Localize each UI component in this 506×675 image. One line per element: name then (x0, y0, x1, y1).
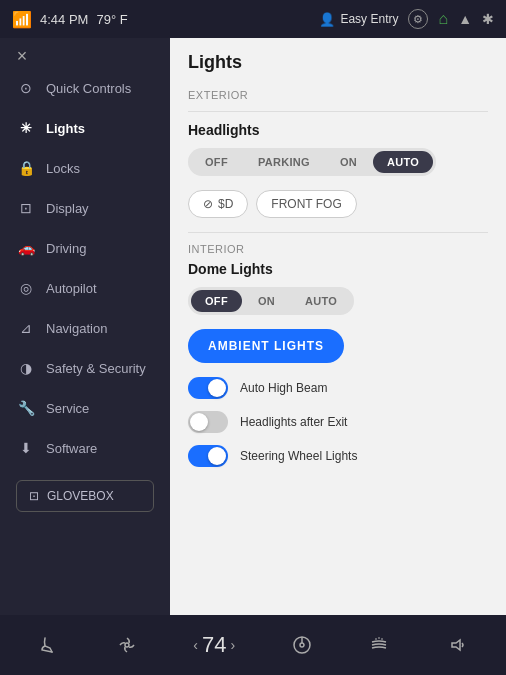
defrost-icon[interactable] (368, 634, 390, 656)
dome-auto-btn[interactable]: AUTO (291, 290, 351, 312)
home-icon[interactable]: ⌂ (438, 10, 448, 28)
volume-icon[interactable] (446, 634, 468, 656)
glovebox-label: GLOVEBOX (47, 489, 114, 503)
fog-d-icon: ⊘ (203, 197, 213, 211)
sidebar-item-navigation[interactable]: ⊿ Navigation (0, 308, 170, 348)
bottom-bar: ‹ 74 › (0, 615, 506, 675)
status-temp: 79° F (96, 12, 127, 27)
interior-label: Interior (188, 243, 488, 255)
sidebar-label-service: Service (46, 401, 89, 416)
sidebar-label-software: Software (46, 441, 97, 456)
fog-d-label: $D (218, 197, 233, 211)
temperature-value: 74 (202, 632, 226, 658)
headlights-btn-group: OFF PARKING ON AUTO (188, 148, 436, 176)
toggle-knob (208, 379, 226, 397)
sidebar-item-locks[interactable]: 🔒 Locks (0, 148, 170, 188)
display-icon: ⊡ (16, 198, 36, 218)
divider-interior (188, 232, 488, 233)
auto-high-beam-label: Auto High Beam (240, 381, 327, 395)
lights-icon: ✳ (16, 118, 36, 138)
sidebar-label-autopilot: Autopilot (46, 281, 97, 296)
status-bar-right: 👤 Easy Entry ⚙ ⌂ ▲ ✱ (319, 9, 494, 29)
headlights-exit-label: Headlights after Exit (240, 415, 347, 429)
sidebar-label-lights: Lights (46, 121, 85, 136)
toggle-knob-3 (208, 447, 226, 465)
screen: 📶 4:44 PM 79° F 👤 Easy Entry ⚙ ⌂ ▲ ✱ × ⊙… (0, 0, 506, 675)
headlights-auto-btn[interactable]: AUTO (373, 151, 433, 173)
temp-increase-btn[interactable]: › (230, 637, 235, 653)
dome-on-btn[interactable]: ON (244, 290, 289, 312)
steering-lights-label: Steering Wheel Lights (240, 449, 357, 463)
signal-icon: 📶 (12, 10, 32, 29)
glovebox-button[interactable]: ⊡ GLOVEBOX (16, 480, 154, 512)
headlights-off-btn[interactable]: OFF (191, 151, 242, 173)
auto-high-beam-row: Auto High Beam (188, 377, 488, 399)
fog-front-label: FRONT FOG (271, 197, 341, 211)
status-bar-left: 📶 4:44 PM 79° F (12, 10, 128, 29)
sidebar-item-driving[interactable]: 🚗 Driving (0, 228, 170, 268)
auto-high-beam-toggle[interactable] (188, 377, 228, 399)
toggle-knob-2 (190, 413, 208, 431)
headlights-parking-btn[interactable]: PARKING (244, 151, 324, 173)
sidebar-label-quick-controls: Quick Controls (46, 81, 131, 96)
temp-decrease-btn[interactable]: ‹ (193, 637, 198, 653)
sidebar-label-display: Display (46, 201, 89, 216)
sidebar-label-safety: Safety & Security (46, 361, 146, 376)
sidebar-item-autopilot[interactable]: ◎ Autopilot (0, 268, 170, 308)
divider-exterior (188, 111, 488, 112)
settings-icon[interactable]: ⚙ (408, 9, 428, 29)
status-time: 4:44 PM (40, 12, 88, 27)
status-bar: 📶 4:44 PM 79° F 👤 Easy Entry ⚙ ⌂ ▲ ✱ (0, 0, 506, 38)
easy-entry-button[interactable]: 👤 Easy Entry (319, 12, 398, 27)
fog-d-button[interactable]: ⊘ $D (188, 190, 248, 218)
steering-lights-row: Steering Wheel Lights (188, 445, 488, 467)
sidebar-item-quick-controls[interactable]: ⊙ Quick Controls (0, 68, 170, 108)
person-icon: 👤 (319, 12, 335, 27)
headlights-exit-toggle[interactable] (188, 411, 228, 433)
quick-controls-icon: ⊙ (16, 78, 36, 98)
sidebar-item-safety[interactable]: ◑ Safety & Security (0, 348, 170, 388)
safety-icon: ◑ (16, 358, 36, 378)
wifi-icon: ▲ (458, 11, 472, 27)
main-container: ⊙ Quick Controls ✳ Lights 🔒 Locks ⊡ Disp… (0, 38, 506, 615)
sidebar-item-software[interactable]: ⬇ Software (0, 428, 170, 468)
svg-point-2 (300, 643, 304, 647)
bluetooth-icon: ✱ (482, 11, 494, 27)
svg-point-0 (125, 643, 129, 647)
easy-entry-label: Easy Entry (340, 12, 398, 26)
dome-lights-title: Dome Lights (188, 261, 488, 277)
sidebar-item-lights[interactable]: ✳ Lights (0, 108, 170, 148)
content-area: Lights Exterior Headlights OFF PARKING O… (170, 38, 506, 615)
steering-lights-toggle[interactable] (188, 445, 228, 467)
service-icon: 🔧 (16, 398, 36, 418)
headlights-on-btn[interactable]: ON (326, 151, 371, 173)
close-button[interactable]: × (10, 44, 34, 68)
driving-icon: 🚗 (16, 238, 36, 258)
dome-off-btn[interactable]: OFF (191, 290, 242, 312)
navigation-icon: ⊿ (16, 318, 36, 338)
software-icon: ⬇ (16, 438, 36, 458)
sidebar-label-navigation: Navigation (46, 321, 107, 336)
fan-icon[interactable] (116, 634, 138, 656)
dome-lights-btn-group: OFF ON AUTO (188, 287, 354, 315)
seat-icon[interactable] (38, 634, 60, 656)
headlights-title: Headlights (188, 122, 488, 138)
close-row: × (10, 44, 34, 68)
autopilot-icon: ◎ (16, 278, 36, 298)
sidebar-item-display[interactable]: ⊡ Display (0, 188, 170, 228)
steer-icon[interactable] (291, 634, 313, 656)
sidebar-label-locks: Locks (46, 161, 80, 176)
sidebar-item-service[interactable]: 🔧 Service (0, 388, 170, 428)
fog-row: ⊘ $D FRONT FOG (188, 190, 488, 218)
glovebox-icon: ⊡ (29, 489, 39, 503)
sidebar: ⊙ Quick Controls ✳ Lights 🔒 Locks ⊡ Disp… (0, 38, 170, 615)
locks-icon: 🔒 (16, 158, 36, 178)
sidebar-label-driving: Driving (46, 241, 86, 256)
temperature-display: ‹ 74 › (193, 632, 235, 658)
page-title: Lights (188, 52, 488, 73)
fog-front-button[interactable]: FRONT FOG (256, 190, 356, 218)
exterior-label: Exterior (188, 89, 488, 101)
ambient-lights-button[interactable]: AMBIENT LIGHTS (188, 329, 344, 363)
headlights-exit-row: Headlights after Exit (188, 411, 488, 433)
